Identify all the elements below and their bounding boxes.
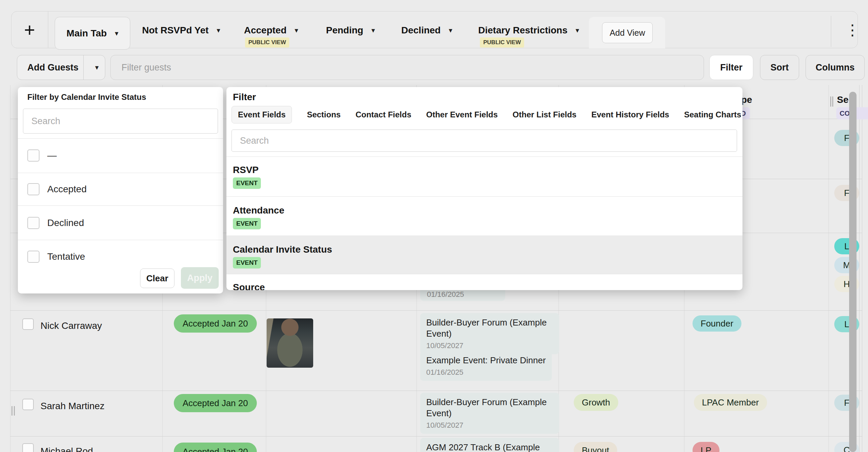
- column-border: [862, 85, 862, 452]
- row-drag-handle[interactable]: [11, 406, 15, 416]
- filter-popup: Filter Event Fields Sections Contact Fie…: [226, 87, 742, 290]
- tab-other-list-fields[interactable]: Other List Fields: [513, 110, 576, 119]
- tab-accepted[interactable]: Accepted ▾: [244, 25, 298, 36]
- event-chip[interactable]: Builder-Buyer Forum (Example Event) 10/0…: [420, 313, 559, 354]
- guest-photo[interactable]: [267, 318, 313, 368]
- tab-label: Pending: [326, 25, 363, 36]
- row-border: [10, 436, 862, 436]
- tab-label: Dietary Restrictions: [478, 25, 568, 36]
- clear-button[interactable]: Clear: [140, 269, 174, 288]
- tab-event-history-fields[interactable]: Event History Fields: [591, 110, 669, 119]
- event-chip[interactable]: AGM 2027 Track B (Example: [420, 438, 559, 452]
- popup-title: Filter: [233, 92, 256, 103]
- chevron-down-icon[interactable]: ▾: [115, 29, 118, 37]
- tag-pill[interactable]: LPAC Member: [694, 394, 767, 411]
- guest-name[interactable]: Sarah Martinez: [40, 401, 105, 412]
- public-view-badge: PUBLIC VIEW: [245, 37, 289, 48]
- event-chip[interactable]: Builder-Buyer Forum (Example Event) 10/0…: [420, 393, 559, 434]
- column-border: [859, 85, 860, 452]
- tag-pill[interactable]: Founder: [693, 315, 741, 332]
- event-title: Example Event: Private Dinner: [426, 355, 546, 366]
- field-name: Source: [233, 282, 265, 290]
- chevron-down-icon[interactable]: ▾: [295, 26, 298, 34]
- row-checkbox[interactable]: [22, 318, 34, 330]
- option-label[interactable]: Accepted: [47, 184, 87, 195]
- chevron-down-icon[interactable]: ▾: [371, 26, 375, 34]
- sort-button[interactable]: Sort: [760, 55, 799, 80]
- divider: [18, 138, 223, 139]
- tab-sections[interactable]: Sections: [307, 110, 341, 119]
- field-name: Attendance: [233, 205, 284, 216]
- tab-declined[interactable]: Declined ▾: [401, 25, 452, 36]
- option-checkbox[interactable]: [27, 217, 39, 229]
- apply-button[interactable]: Apply: [181, 267, 219, 289]
- filter-guests-input[interactable]: [110, 55, 704, 80]
- event-date: 01/16/2025: [427, 290, 464, 299]
- field-name: Calendar Invite Status: [233, 244, 332, 255]
- row-border: [10, 310, 862, 311]
- row-border: [10, 391, 862, 391]
- add-view-button[interactable]: Add View: [602, 22, 653, 43]
- column-header-fragment[interactable]: Se: [837, 94, 848, 105]
- divider: [226, 274, 742, 274]
- popup-title: Filter by Calendar Invite Status: [27, 92, 146, 102]
- tab-seating-charts[interactable]: Seating Charts: [684, 110, 741, 119]
- tag-pill[interactable]: Growth: [574, 394, 618, 411]
- plus-icon: +: [24, 19, 35, 41]
- tag-pill[interactable]: Buyout: [574, 442, 617, 452]
- field-search-input[interactable]: [232, 130, 737, 152]
- tab-main-tab[interactable]: Main Tab ▾: [55, 17, 130, 50]
- tab-label: Accepted: [244, 25, 287, 36]
- rsvp-status-pill[interactable]: Accepted Jan 20: [174, 443, 257, 452]
- tab-not-rsvpd-yet[interactable]: Not RSVPd Yet ▾: [142, 25, 220, 36]
- divider: [18, 205, 223, 206]
- option-label[interactable]: Declined: [47, 218, 84, 228]
- rsvp-status-pill[interactable]: Accepted Jan 20: [174, 394, 257, 412]
- option-checkbox[interactable]: [27, 149, 39, 162]
- tab-label: Main Tab: [66, 28, 107, 39]
- column-header-fragment[interactable]: pe: [741, 94, 752, 105]
- filter-button[interactable]: Filter: [709, 55, 753, 80]
- tab-dietary-restrictions[interactable]: Dietary Restrictions ▾: [478, 25, 579, 36]
- vertical-scrollbar[interactable]: [849, 92, 857, 452]
- event-badge: EVENT: [233, 218, 261, 229]
- guest-name[interactable]: Nick Carraway: [40, 320, 102, 331]
- chevron-down-icon[interactable]: ▾: [449, 26, 453, 34]
- divider: [18, 240, 223, 240]
- event-chip[interactable]: Example Event: Private Dinner 01/16/2025: [420, 351, 552, 381]
- chevron-down-icon[interactable]: ▾: [217, 26, 220, 34]
- add-guests-label: Add Guests: [27, 62, 79, 73]
- add-guests-dropdown[interactable]: ▾: [88, 55, 105, 80]
- option-checkbox[interactable]: [27, 183, 39, 195]
- kebab-menu-icon[interactable]: ⋮: [842, 20, 863, 40]
- tab-other-event-fields[interactable]: Other Event Fields: [426, 110, 498, 119]
- field-name: RSVP: [233, 165, 259, 175]
- guest-name[interactable]: Michael Rod: [40, 446, 93, 452]
- event-title: Builder-Buyer Forum (Example Event): [426, 317, 553, 339]
- option-label[interactable]: —: [47, 150, 57, 161]
- tab-label: Not RSVPd Yet: [142, 25, 209, 36]
- columns-button[interactable]: Columns: [806, 55, 865, 80]
- event-badge: EVENT: [233, 177, 261, 189]
- filter-category-tabs: Event Fields Sections Contact Fields Oth…: [232, 106, 742, 123]
- option-label[interactable]: Tentative: [47, 251, 85, 262]
- public-view-badge: PUBLIC VIEW: [480, 37, 524, 48]
- status-search-input[interactable]: [23, 109, 218, 134]
- table-left-border: [10, 85, 10, 452]
- divider: [226, 196, 742, 197]
- event-date: 10/05/2027: [426, 421, 553, 430]
- column-resize-handle[interactable]: [830, 96, 833, 107]
- row-checkbox[interactable]: [22, 399, 34, 410]
- divider: [18, 173, 223, 173]
- chevron-down-icon[interactable]: ▾: [576, 26, 579, 34]
- tab-pending[interactable]: Pending ▾: [326, 25, 375, 36]
- event-badge: EVENT: [233, 257, 261, 269]
- add-tab-button[interactable]: +: [11, 11, 48, 48]
- tab-event-fields[interactable]: Event Fields: [232, 106, 292, 123]
- option-checkbox[interactable]: [27, 251, 39, 263]
- tab-contact-fields[interactable]: Contact Fields: [355, 110, 411, 119]
- row-checkbox[interactable]: [22, 443, 34, 452]
- rsvp-status-pill[interactable]: Accepted Jan 20: [174, 314, 257, 333]
- event-title: AGM 2027 Track B (Example: [426, 442, 553, 452]
- tag-pill[interactable]: LP: [693, 442, 720, 452]
